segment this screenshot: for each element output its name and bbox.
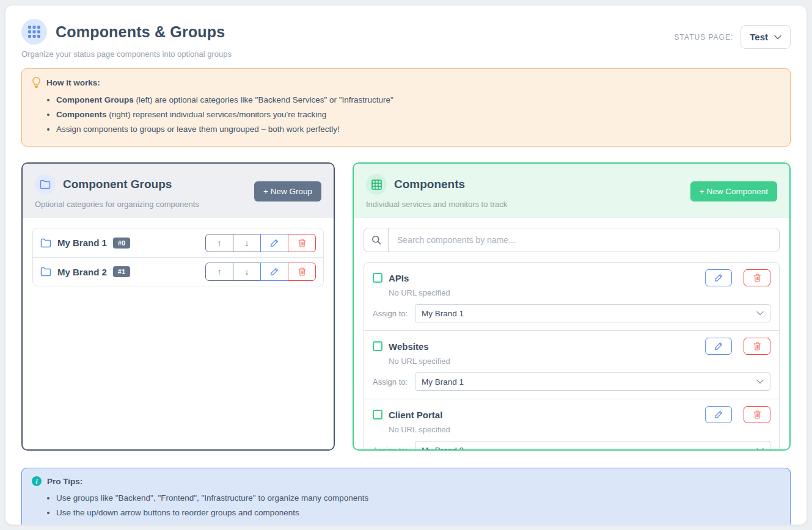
- move-group-down-button[interactable]: ↓: [233, 234, 261, 252]
- trash-icon: [298, 267, 306, 276]
- how-it-works-list: Component Groups (left) are optional cat…: [56, 93, 780, 137]
- how-it-works-callout: How it works: Component Groups (left) ar…: [21, 68, 791, 147]
- chevron-down-icon: [774, 35, 781, 40]
- pro-tip-item: Use groups like "Backend", "Frontend", "…: [56, 491, 780, 506]
- delete-component-button[interactable]: [744, 269, 770, 286]
- chevron-down-icon: [756, 379, 764, 384]
- assigned-group-value: My Brand 2: [422, 446, 464, 451]
- edit-component-button[interactable]: [705, 406, 732, 423]
- group-name: My Brand 2: [57, 267, 107, 277]
- components-panel-subtitle: Individual services and monitors to trac…: [366, 200, 507, 209]
- pro-tip-item: Use the up/down arrow buttons to reorder…: [56, 506, 780, 520]
- component-search-bar: [364, 228, 780, 252]
- group-order-badge: #0: [113, 238, 130, 249]
- folder-icon: [35, 174, 56, 195]
- delete-component-button[interactable]: [744, 338, 770, 355]
- new-component-button[interactable]: + New Component: [690, 181, 777, 201]
- how-it-works-item: Assign components to groups or leave the…: [56, 122, 780, 137]
- pencil-icon: [714, 274, 723, 282]
- components-grid-icon: [21, 19, 47, 45]
- trash-icon: [753, 342, 761, 350]
- assigned-group-value: My Brand 1: [422, 309, 464, 318]
- status-page-value: Test: [750, 32, 768, 42]
- trash-icon: [753, 410, 761, 419]
- pro-tips-list: Use groups like "Backend", "Frontend", "…: [56, 491, 780, 525]
- delete-group-button[interactable]: [288, 263, 316, 281]
- group-row: My Brand 1 #0 ↑ ↓: [33, 228, 323, 257]
- assigned-group-value: My Brand 1: [422, 377, 464, 387]
- pro-tips-callout: i Pro Tips: Use groups like "Backend", "…: [21, 468, 791, 525]
- how-it-works-item: Component Groups (left) are optional cat…: [56, 93, 780, 107]
- info-icon: i: [32, 476, 42, 486]
- component-card: Client Portal No URL specified Assign to…: [364, 399, 779, 451]
- group-row: My Brand 2 #1 ↑ ↓: [33, 257, 323, 286]
- search-icon: [364, 228, 389, 252]
- page-title: Components & Groups: [56, 23, 225, 41]
- edit-component-button[interactable]: [705, 338, 732, 355]
- pencil-icon: [714, 342, 723, 350]
- trash-icon: [298, 239, 306, 247]
- folder-icon: [40, 238, 51, 248]
- page-subtitle: Organize your status page components int…: [21, 49, 232, 59]
- arrow-up-icon: ↑: [218, 267, 222, 277]
- arrow-down-icon: ↓: [245, 267, 249, 277]
- component-name: APIs: [389, 273, 409, 283]
- pencil-icon: [714, 410, 723, 419]
- component-checkbox[interactable]: [373, 410, 382, 419]
- component-url-note: No URL specified: [389, 357, 770, 366]
- edit-group-button[interactable]: [260, 263, 288, 281]
- arrow-down-icon: ↓: [245, 238, 249, 248]
- component-url-note: No URL specified: [389, 288, 770, 297]
- page-card: Components & Groups Organize your status…: [5, 5, 807, 525]
- page-header: Components & Groups Organize your status…: [21, 19, 791, 59]
- search-input[interactable]: [389, 228, 779, 252]
- delete-group-button[interactable]: [288, 234, 316, 252]
- component-url-note: No URL specified: [389, 425, 770, 434]
- component-card: Websites No URL specified Assign to: My …: [364, 330, 779, 399]
- edit-component-button[interactable]: [705, 269, 732, 286]
- components-panel-title: Components: [394, 178, 465, 191]
- status-page-label: STATUS PAGE:: [675, 33, 734, 42]
- how-it-works-title: How it works:: [46, 78, 100, 87]
- trash-icon: [753, 274, 761, 282]
- assign-group-select[interactable]: My Brand 1: [415, 372, 770, 391]
- assign-group-select[interactable]: My Brand 2: [415, 441, 770, 451]
- assign-to-label: Assign to:: [373, 309, 408, 318]
- delete-component-button[interactable]: [744, 406, 770, 423]
- component-groups-panel: Component Groups Optional categories for…: [21, 162, 335, 451]
- component-card: APIs No URL specified Assign to: My Bran…: [364, 263, 779, 330]
- move-group-up-button[interactable]: ↑: [205, 234, 233, 252]
- component-name: Websites: [389, 341, 429, 352]
- component-checkbox[interactable]: [373, 273, 382, 283]
- edit-group-button[interactable]: [260, 234, 288, 252]
- pencil-icon: [270, 239, 279, 247]
- group-name: My Brand 1: [57, 238, 107, 248]
- folder-icon: [40, 267, 51, 277]
- chevron-down-icon: [756, 311, 764, 316]
- pro-tip-item: Components without a group will appear i…: [56, 520, 780, 525]
- move-group-down-button[interactable]: ↓: [233, 263, 261, 281]
- how-it-works-item: Components (right) represent individual …: [56, 107, 780, 122]
- new-group-button[interactable]: + New Group: [254, 181, 321, 201]
- component-name: Client Portal: [389, 410, 442, 420]
- assign-group-select[interactable]: My Brand 1: [415, 304, 770, 322]
- assign-to-label: Assign to:: [373, 446, 408, 451]
- group-list: My Brand 1 #0 ↑ ↓ My Brand 2 #1: [32, 228, 324, 286]
- components-panel: Components Individual services and monit…: [353, 162, 791, 451]
- component-list: APIs No URL specified Assign to: My Bran…: [364, 262, 780, 451]
- move-group-up-button[interactable]: ↑: [205, 263, 233, 281]
- assign-to-label: Assign to:: [373, 377, 408, 387]
- component-checkbox[interactable]: [373, 341, 382, 351]
- table-grid-icon: [366, 174, 387, 195]
- pencil-icon: [270, 267, 279, 276]
- group-order-badge: #1: [113, 266, 130, 277]
- pro-tips-title: Pro Tips:: [47, 477, 82, 486]
- chevron-down-icon: [756, 448, 764, 451]
- lightbulb-icon: [32, 77, 41, 88]
- groups-panel-title: Component Groups: [63, 178, 172, 191]
- arrow-up-icon: ↑: [218, 238, 222, 248]
- groups-panel-subtitle: Optional categories for organizing compo…: [35, 200, 199, 209]
- status-page-select[interactable]: Test: [741, 25, 791, 49]
